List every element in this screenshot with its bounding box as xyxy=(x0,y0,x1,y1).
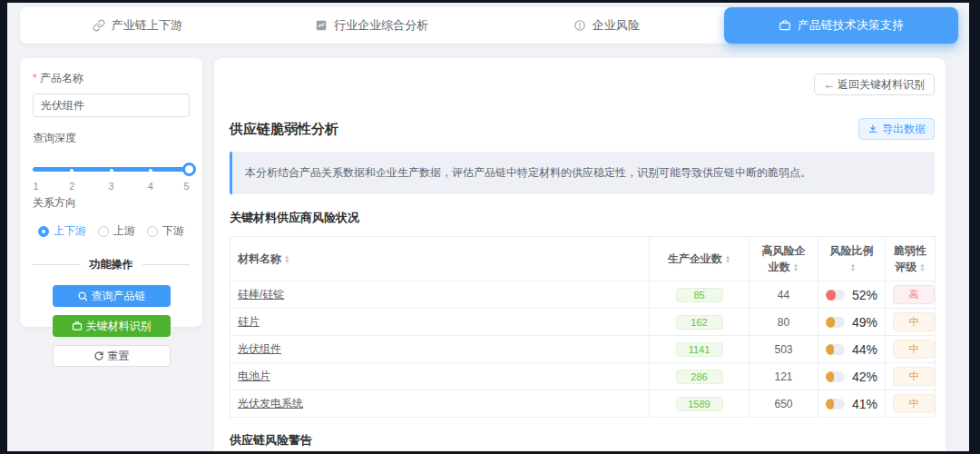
table-row: 硅片 162 80 49% 中 xyxy=(230,309,936,336)
radio-upstream[interactable]: 上游 xyxy=(98,223,135,239)
divider-label: 功能操作 xyxy=(81,257,142,272)
function-divider: 功能操作 xyxy=(33,257,190,272)
risk-progress-track xyxy=(826,290,845,301)
slider-marks: 1 2 3 4 5 xyxy=(33,181,190,192)
button-label: 重置 xyxy=(108,349,130,364)
radio-downstream[interactable]: 下游 xyxy=(147,223,184,239)
back-arrow-icon: ← xyxy=(824,78,835,91)
risk-percentage: 42% xyxy=(852,370,877,384)
risk-percentage: 49% xyxy=(852,315,877,330)
radio-dot xyxy=(98,226,109,237)
risk-progress-track xyxy=(826,344,845,355)
table-row: 光伏发电系统 1589 650 41% 中 xyxy=(230,390,936,418)
risk-percentage: 52% xyxy=(852,288,877,302)
sort-icon[interactable]: ▲▼ xyxy=(793,263,799,271)
query-sidebar: 产品名称 查询深度 1 2 3 4 5 关系方向 上下游 上游 xyxy=(20,58,202,327)
direction-radio-group: 上下游 上游 下游 xyxy=(33,223,190,239)
high-risk-count: 503 xyxy=(774,343,792,356)
radio-label: 上下游 xyxy=(54,223,86,239)
vulnerability-badge: 中 xyxy=(893,340,935,359)
material-link[interactable]: 硅棒/硅锭 xyxy=(238,288,284,301)
risk-progress-track xyxy=(826,399,845,410)
alert-circle-icon xyxy=(573,19,586,32)
tab-industry-chain[interactable]: 产业链上下游 xyxy=(20,7,255,44)
high-risk-count: 44 xyxy=(778,289,789,301)
tab-enterprise-risk[interactable]: 企业风险 xyxy=(489,7,724,44)
producer-count-badge: 286 xyxy=(676,370,723,384)
material-link[interactable]: 电池片 xyxy=(238,370,270,382)
col-producers[interactable]: 生产企业数▲▼ xyxy=(650,237,750,281)
slider-mark: 1 xyxy=(33,181,38,192)
risk-progress-track xyxy=(826,371,845,382)
button-label: 关键材料识别 xyxy=(86,319,152,334)
risk-progress-fill xyxy=(826,290,836,301)
app-window: 产业链上下游 行业企业综合分析 企业风险 产品链技术决策支持 产品名称 查询深度 xyxy=(7,3,969,451)
vulnerability-badge: 中 xyxy=(893,312,935,331)
analysis-panel: ←返回关键材料识别 供应链脆弱性分析 导出数据 本分析结合产品关系数据和企业生产… xyxy=(214,58,946,451)
reset-button[interactable]: 重置 xyxy=(53,345,171,367)
slider-stop xyxy=(149,169,152,173)
tab-industry-analysis[interactable]: 行业企业综合分析 xyxy=(255,7,490,44)
risk-percentage: 44% xyxy=(852,342,877,357)
high-risk-count: 121 xyxy=(774,370,792,383)
slider-mark: 3 xyxy=(108,181,113,192)
product-name-input[interactable] xyxy=(33,94,190,117)
material-link[interactable]: 硅片 xyxy=(238,315,260,328)
page-title: 供应链脆弱性分析 xyxy=(230,121,338,138)
export-data-button[interactable]: 导出数据 xyxy=(858,118,935,140)
table-row: 硅棒/硅锭 85 44 52% 高 xyxy=(230,281,936,309)
high-risk-count: 80 xyxy=(778,316,789,329)
refresh-icon xyxy=(93,350,104,361)
slider-stop xyxy=(110,169,113,173)
risk-progress-track xyxy=(826,317,845,328)
slider-handle[interactable] xyxy=(182,163,196,176)
slider-mark: 5 xyxy=(183,181,189,192)
risk-percentage: 41% xyxy=(852,397,877,411)
depth-slider[interactable] xyxy=(33,163,190,175)
vulnerability-badge: 中 xyxy=(893,394,935,413)
producer-count-badge: 162 xyxy=(676,315,723,330)
key-material-button[interactable]: 关键材料识别 xyxy=(53,315,171,337)
button-label: 返回关键材料识别 xyxy=(838,77,925,93)
vulnerability-badge: 中 xyxy=(893,367,935,386)
radio-both[interactable]: 上下游 xyxy=(38,223,86,239)
material-link[interactable]: 光伏发电系统 xyxy=(238,397,303,410)
material-link[interactable]: 光伏组件 xyxy=(238,342,281,355)
radio-label: 上游 xyxy=(113,223,135,239)
high-risk-count: 650 xyxy=(774,398,792,410)
top-navbar: 产业链上下游 行业企业综合分析 企业风险 产品链技术决策支持 xyxy=(20,7,958,44)
col-material[interactable]: 材料名称▲▼ xyxy=(230,237,650,281)
download-icon xyxy=(867,123,878,134)
radio-label: 下游 xyxy=(162,223,184,239)
query-chain-button[interactable]: 查询产品链 xyxy=(53,285,171,307)
sort-icon[interactable]: ▲▼ xyxy=(284,255,289,263)
depth-label: 查询深度 xyxy=(33,131,190,146)
sort-icon[interactable]: ▲▼ xyxy=(919,263,925,271)
product-name-label: 产品名称 xyxy=(33,71,190,86)
col-high-risk[interactable]: 高风险企业数▲▼ xyxy=(750,237,818,281)
tab-label: 企业风险 xyxy=(593,17,640,34)
producer-count-badge: 85 xyxy=(676,288,723,302)
table-row: 电池片 286 121 42% 中 xyxy=(230,363,936,390)
col-vulnerability[interactable]: 脆弱性评级▲▼ xyxy=(886,237,936,281)
tab-decision-support[interactable]: 产品链技术决策支持 xyxy=(724,7,959,44)
risk-progress-fill xyxy=(826,399,834,410)
slider-mark: 4 xyxy=(148,181,153,192)
briefcase-icon xyxy=(779,19,791,32)
sidebar-actions: 查询产品链 关键材料识别 重置 xyxy=(33,285,190,367)
radio-dot xyxy=(147,226,158,237)
radio-dot xyxy=(38,226,49,237)
analysis-info-alert: 本分析结合产品关系数据和企业生产数据，评估产品链中特定材料的供应稳定性，识别可能… xyxy=(230,152,935,194)
back-button[interactable]: ←返回关键材料识别 xyxy=(814,74,935,95)
sort-icon[interactable]: ▲▼ xyxy=(850,263,856,271)
tab-label: 产业链上下游 xyxy=(112,17,182,34)
search-icon xyxy=(77,291,88,301)
col-risk-ratio[interactable]: 风险比例▲▼ xyxy=(818,237,886,281)
sort-icon[interactable]: ▲▼ xyxy=(725,255,730,263)
risk-table-title: 关键材料供应商风险状况 xyxy=(230,210,935,226)
risk-progress-fill xyxy=(826,371,834,382)
chart-icon xyxy=(315,19,328,32)
bag-icon xyxy=(72,321,83,331)
table-header-row: 材料名称▲▼ 生产企业数▲▼ 高风险企业数▲▼ 风险比例▲▼ 脆弱性评级▲▼ xyxy=(230,237,936,281)
risk-progress-fill xyxy=(826,344,834,355)
